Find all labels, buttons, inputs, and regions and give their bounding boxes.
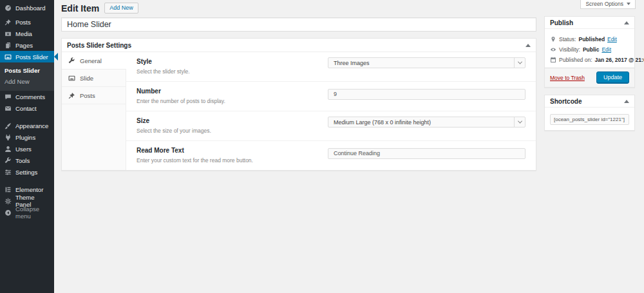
sidebar-item-label: Posts	[15, 19, 31, 26]
sidebar-item-label: Posts Slider	[15, 53, 48, 61]
user-icon	[5, 146, 12, 153]
settings-metabox-header[interactable]: Posts Slider Settings	[62, 39, 536, 52]
published-on-label: Published on:	[559, 57, 592, 63]
sidebar-item-label: Elementor	[15, 186, 43, 193]
pushpin-icon	[68, 92, 75, 99]
chevron-down-icon	[514, 58, 525, 68]
tab-label: Slide	[80, 75, 93, 82]
add-new-button[interactable]: Add New	[104, 3, 138, 14]
collapse-toggle-icon[interactable]	[624, 21, 629, 24]
wrench-icon	[68, 57, 75, 64]
screen-options-label: Screen Options	[585, 1, 623, 7]
sidebar-item-label: Collapse menu	[15, 205, 50, 220]
sidebar-item-label: Tools	[15, 157, 30, 164]
collapse-toggle-icon[interactable]	[526, 44, 531, 47]
published-on-row: Published on: Jan 26, 2017 @ 21:07 Edit	[550, 57, 629, 63]
pages-icon	[5, 42, 12, 49]
sidebar-item-posts[interactable]: Posts	[0, 16, 54, 28]
shortcode-input[interactable]	[550, 114, 629, 125]
submenu-item-posts-slider[interactable]: Posts Slider	[0, 65, 54, 76]
chevron-down-icon	[627, 3, 630, 5]
field-description: Select the slider style.	[137, 68, 526, 75]
sidebar-item-label: Users	[15, 146, 32, 153]
update-button[interactable]: Update	[596, 71, 629, 84]
tab-general[interactable]: General	[62, 52, 126, 70]
envelope-icon	[5, 105, 12, 112]
publish-metabox-title: Publish	[550, 19, 573, 26]
shortcode-metabox-header[interactable]: Shortcode	[545, 95, 634, 108]
status-label: Status:	[559, 36, 576, 43]
posts-slider-submenu: Posts Slider Add New	[0, 62, 54, 91]
number-input[interactable]	[328, 89, 526, 100]
sidebar-item-label: Appearance	[15, 122, 48, 129]
status-value: Published	[578, 36, 605, 43]
gear-icon	[5, 198, 12, 205]
brush-icon	[5, 122, 12, 129]
chevron-down-icon	[514, 117, 525, 127]
published-on-value: Jan 26, 2017 @ 21:07	[595, 57, 644, 63]
sidebar-item-plugins[interactable]: Plugins	[0, 131, 54, 143]
field-description: Select the size of your images.	[137, 128, 526, 134]
elementor-icon	[5, 186, 12, 193]
posts-slider-settings-metabox: Posts Slider Settings General Slide	[61, 38, 536, 171]
sidebar-item-label: Media	[15, 30, 32, 37]
publish-metabox-header[interactable]: Publish	[545, 17, 634, 29]
collapse-toggle-icon[interactable]	[624, 100, 629, 103]
title-input[interactable]	[61, 17, 536, 32]
settings-tabs: General Slide Posts	[62, 52, 126, 170]
dashboard-icon	[5, 5, 12, 12]
sidebar-item-comments[interactable]: Comments	[0, 91, 54, 102]
visibility-value: Public	[583, 46, 600, 53]
tab-slide[interactable]: Slide	[62, 70, 126, 87]
page-header: Edit Item Add New	[61, 3, 138, 14]
sidebar-item-settings[interactable]: Settings	[0, 166, 54, 178]
screen-options-button[interactable]: Screen Options	[580, 0, 636, 9]
sidebar-item-users[interactable]: Users	[0, 143, 54, 155]
tab-label: Posts	[80, 92, 95, 99]
page-title: Edit Item	[61, 3, 99, 14]
sidebar-item-posts-slider[interactable]: Posts Slider	[0, 51, 54, 62]
sidebar-item-pages[interactable]: Pages	[0, 39, 54, 51]
sidebar-item-label: Contact	[15, 105, 37, 112]
camera-icon	[5, 30, 12, 37]
settings-metabox-title: Posts Slider Settings	[67, 42, 131, 49]
move-to-trash-link[interactable]: Move to Trash	[550, 75, 585, 81]
settings-fields: Style Select the slider style. Three Ima…	[126, 52, 536, 170]
sidebar-item-dashboard[interactable]: Dashboard	[0, 2, 54, 14]
sidebar-item-media[interactable]: Media	[0, 28, 54, 39]
shortcode-metabox: Shortcode	[544, 95, 635, 131]
comment-icon	[5, 93, 12, 100]
sidebar-item-label: Comments	[15, 93, 45, 100]
sidebar-item-appearance[interactable]: Appearance	[0, 120, 54, 131]
tab-posts[interactable]: Posts	[62, 87, 126, 104]
collapse-arrow-icon	[5, 209, 12, 216]
wordpress-admin-page: Dashboard Posts Media Pages	[0, 0, 644, 293]
publish-metabox-footer: Move to Trash Update	[545, 68, 634, 87]
image-icon	[5, 53, 12, 61]
image-icon	[68, 75, 75, 82]
sidebar-item-label: Pages	[15, 42, 33, 49]
visibility-label: Visibility:	[559, 46, 580, 53]
field-row-size: Size Select the size of your images. Med…	[126, 111, 536, 141]
edit-status-link[interactable]: Edit	[607, 36, 617, 43]
visibility-row: Visibility: Public Edit	[550, 46, 629, 53]
sidebar-item-contact[interactable]: Contact	[0, 102, 54, 114]
eye-icon	[550, 46, 556, 53]
field-row-read-more-text: Read More Text Enter your custom text fo…	[126, 141, 536, 170]
size-select-value: Medium Large (768 x 0 infinite height)	[328, 119, 514, 126]
style-select-value: Three Images	[328, 60, 514, 66]
size-select[interactable]: Medium Large (768 x 0 infinite height)	[328, 117, 526, 128]
style-select[interactable]: Three Images	[328, 57, 526, 68]
shortcode-metabox-title: Shortcode	[550, 98, 582, 105]
field-row-style: Style Select the slider style. Three Ima…	[126, 52, 536, 82]
submenu-item-add-new[interactable]: Add New	[0, 76, 54, 87]
calendar-icon	[550, 57, 556, 63]
tab-label: General	[80, 57, 102, 64]
wrench-icon	[5, 157, 12, 164]
sidebar-item-tools[interactable]: Tools	[0, 155, 54, 166]
edit-visibility-link[interactable]: Edit	[601, 46, 611, 53]
sidebar-item-collapse-menu[interactable]: Collapse menu	[0, 207, 54, 218]
read-more-text-input[interactable]	[328, 148, 526, 159]
publish-metabox: Publish Status: Published Edit Visibilit…	[544, 16, 635, 88]
status-row: Status: Published Edit	[550, 36, 629, 43]
